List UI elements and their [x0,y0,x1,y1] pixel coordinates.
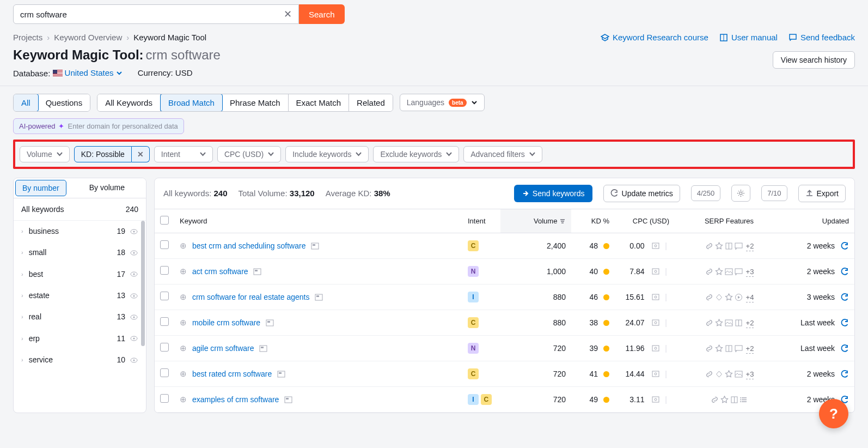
sidebar-tab-by-number[interactable]: By number [15,180,66,196]
col-cpc[interactable]: CPC (USD) [615,209,675,233]
filter-kd-clear[interactable]: ✕ [132,146,150,162]
serp-more[interactable]: +2 [746,344,754,354]
magnify-icon[interactable] [651,241,661,251]
eye-icon[interactable] [130,355,138,364]
sidebar-item[interactable]: › best 17 [14,263,146,284]
tab-exact-match[interactable]: Exact Match [289,94,350,111]
filter-include[interactable]: Include keywords [285,146,369,162]
row-checkbox[interactable] [160,394,169,403]
clear-icon[interactable]: ✕ [284,8,292,20]
sidebar-item[interactable]: › small 18 [14,242,146,263]
serp-snapshot-icon[interactable] [253,267,261,276]
col-updated[interactable]: Updated [784,209,854,233]
tab-related[interactable]: Related [349,94,393,111]
eye-icon[interactable] [130,334,138,343]
keyword-link[interactable]: best crm and scheduling software [192,241,306,250]
row-checkbox[interactable] [160,343,169,352]
eye-icon[interactable] [130,312,138,322]
tab-all-keywords[interactable]: All Keywords [97,94,161,111]
add-icon[interactable]: ⊕ [180,318,187,327]
add-icon[interactable]: ⊕ [180,292,187,301]
sidebar-item[interactable]: › business 19 [14,221,146,242]
magnify-icon[interactable] [651,292,661,302]
keyword-link[interactable]: crm software for real estate agents [192,293,310,301]
col-serp[interactable]: SERP Features [675,209,784,233]
sidebar-item[interactable]: › real 13 [14,306,146,328]
serp-snapshot-icon[interactable] [311,241,319,250]
col-keyword[interactable]: Keyword [174,209,462,233]
help-fab[interactable]: ? [819,399,848,428]
add-icon[interactable]: ⊕ [180,241,187,250]
col-intent[interactable]: Intent [462,209,500,233]
tab-questions[interactable]: Questions [38,94,90,111]
serp-snapshot-icon[interactable] [284,395,292,404]
eye-icon[interactable] [130,227,138,236]
magnify-icon[interactable] [651,343,661,353]
update-metrics-button[interactable]: Update metrics [603,185,680,202]
refresh-row-icon[interactable] [840,267,849,276]
keyword-link[interactable]: examples of crm software [192,395,279,404]
filter-exclude[interactable]: Exclude keywords [373,146,459,162]
view-history-button[interactable]: View search history [773,51,855,69]
col-kd[interactable]: KD % [571,209,615,233]
tab-phrase-match[interactable]: Phrase Match [222,94,289,111]
search-input[interactable] [20,10,284,19]
filter-intent[interactable]: Intent [154,146,213,162]
magnify-icon[interactable] [651,369,661,379]
serp-more[interactable]: +2 [746,319,754,328]
filter-cpc[interactable]: CPC (USD) [217,146,281,162]
filter-advanced[interactable]: Advanced filters [463,146,542,162]
serp-more[interactable]: +4 [746,293,754,302]
row-checkbox[interactable] [160,317,169,326]
serp-snapshot-icon[interactable] [315,293,323,301]
col-volume[interactable]: Volume [500,209,571,233]
serp-more[interactable]: +2 [746,242,754,251]
serp-snapshot-icon[interactable] [277,370,285,378]
search-button[interactable]: Search [299,4,345,24]
serp-more[interactable]: +3 [746,370,754,379]
eye-icon[interactable] [130,290,138,300]
filter-kd[interactable]: KD: Possible [74,146,132,162]
scrollbar[interactable] [141,221,145,346]
tab-broad-match[interactable]: Broad Match [160,94,223,112]
link-manual[interactable]: User manual [719,33,778,42]
refresh-row-icon[interactable] [840,241,849,250]
serp-more[interactable]: +3 [746,268,754,277]
sidebar-tab-by-volume[interactable]: By volume [68,178,146,198]
breadcrumb-projects[interactable]: Projects [13,33,42,42]
magnify-icon[interactable] [651,318,661,328]
add-icon[interactable]: ⊕ [180,369,187,378]
database-select[interactable]: United States [53,68,123,77]
serp-snapshot-icon[interactable] [266,318,274,327]
magnify-icon[interactable] [651,395,661,404]
row-checkbox[interactable] [160,266,169,275]
keyword-link[interactable]: act crm software [192,267,248,276]
link-feedback[interactable]: Send feedback [788,33,855,42]
magnify-icon[interactable] [651,267,661,276]
row-checkbox[interactable] [160,240,169,249]
send-keywords-button[interactable]: Send keywords [514,185,592,202]
ai-domain-input[interactable]: AI-powered ✦ Enter domain for personaliz… [13,118,184,134]
keyword-link[interactable]: mobile crm software [192,318,260,327]
add-icon[interactable]: ⊕ [180,395,187,404]
keyword-link[interactable]: agile crm software [192,344,254,353]
sidebar-item[interactable]: › estate 13 [14,284,146,306]
row-checkbox[interactable] [160,368,169,377]
eye-icon[interactable] [130,269,138,279]
languages-dropdown[interactable]: Languages beta [400,94,485,111]
tab-all[interactable]: All [13,94,39,112]
breadcrumb-overview[interactable]: Keyword Overview [54,33,122,42]
refresh-row-icon[interactable] [840,369,849,378]
add-icon[interactable]: ⊕ [180,267,187,276]
serp-snapshot-icon[interactable] [259,344,267,353]
settings-button[interactable] [731,185,750,202]
sidebar-item[interactable]: › service 10 [14,349,146,370]
add-icon[interactable]: ⊕ [180,343,187,353]
row-checkbox[interactable] [160,292,169,300]
sidebar-item[interactable]: › erp 11 [14,328,146,349]
keyword-link[interactable]: best rated crm software [192,370,272,378]
link-course[interactable]: Keyword Research course [601,33,708,42]
export-button[interactable]: Export [798,185,846,202]
filter-volume[interactable]: Volume [20,146,70,162]
select-all-checkbox[interactable] [160,216,169,225]
